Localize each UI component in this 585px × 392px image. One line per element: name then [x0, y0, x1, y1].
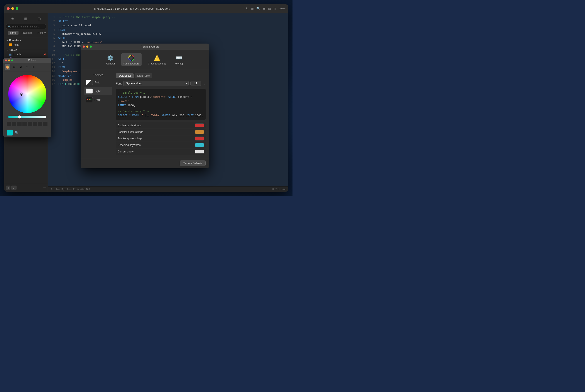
- fonts-dialog-title: Fonts & Colors: [93, 45, 207, 48]
- backtick-label: Backtick quote strings: [118, 130, 195, 134]
- table-icon-b_table: ▦: [9, 53, 12, 56]
- colors-dialog: Colors 🎨 ▦ ▣ ▢ ⊞ + 🔍: [3, 58, 51, 138]
- sidebar-item-b_table[interactable]: ▦ b_table 📌: [4, 52, 48, 56]
- minimize-button[interactable]: [11, 7, 14, 10]
- font-size-input[interactable]: [190, 81, 201, 86]
- swatch-cell[interactable]: [38, 122, 42, 126]
- code-line-3: 3 table_rows AS count: [50, 24, 286, 28]
- restore-defaults-button[interactable]: Restore Defaults: [180, 160, 206, 166]
- fonts-dialog-maximize[interactable]: [90, 46, 92, 48]
- editor-tabs: SQL Editor Data Table: [116, 74, 206, 78]
- fonts-dialog-close[interactable]: [83, 46, 85, 48]
- theme-auto[interactable]: Auto: [84, 78, 112, 86]
- color-row-reserved: Reserved keywords: [116, 142, 206, 148]
- tab-sql-editor[interactable]: SQL Editor: [116, 74, 134, 78]
- tab-data-table[interactable]: Data Table: [134, 74, 152, 78]
- sidebar-item-hello[interactable]: 🟧 hello: [4, 43, 48, 47]
- swatch-cell[interactable]: [7, 122, 11, 126]
- theme-dark[interactable]: Dark: [84, 96, 112, 104]
- search-box[interactable]: 🔍 Search for item: ^name$...: [6, 24, 46, 29]
- pref-tool-keymap[interactable]: ⌨️ Keymap: [172, 53, 186, 66]
- search-icon[interactable]: 🔍: [256, 7, 260, 10]
- layout3-icon[interactable]: ▥: [274, 7, 276, 10]
- hue-slider-thumb[interactable]: [18, 116, 21, 118]
- swatch-cell[interactable]: [43, 122, 48, 126]
- color-row-bracket: Bracket quote strings: [116, 136, 206, 142]
- swatch-cell[interactable]: [22, 122, 27, 126]
- more-icon: ···: [43, 186, 46, 190]
- speed-indicator: 20 b/s: [279, 7, 286, 10]
- color-palette-btn[interactable]: ▣: [18, 64, 23, 70]
- colors-titlebar: Colors: [3, 58, 51, 63]
- color-wheel[interactable]: +: [8, 75, 46, 113]
- add-button[interactable]: +: [6, 186, 10, 190]
- color-row-current: Current query: [116, 148, 206, 154]
- swatch-cell[interactable]: [33, 122, 37, 126]
- color-row-double-quote: Double quote strings: [116, 122, 206, 128]
- layout2-icon[interactable]: ▤: [268, 7, 271, 10]
- swatch-cell[interactable]: [28, 122, 32, 126]
- sidebar-section-functions: ▼ Functions 🟧 hello: [4, 38, 48, 48]
- chevron-button[interactable]: ⌄: [11, 186, 16, 190]
- keyboard-icon: ⌨️: [176, 54, 182, 62]
- pref-tool-fonts[interactable]: Fonts & Colors: [121, 53, 142, 66]
- color-slider-btn[interactable]: ▦: [11, 64, 17, 70]
- tabs-row: Items Favorites History: [6, 30, 46, 36]
- colors-maximize[interactable]: [11, 60, 13, 62]
- pref-tool-general-label: General: [106, 62, 115, 65]
- pref-tool-crash[interactable]: ⚠️ Crash & Security: [146, 53, 168, 66]
- swatch-cell[interactable]: [12, 122, 16, 126]
- tab-history[interactable]: History: [36, 31, 48, 35]
- sidebar-icon-3[interactable]: ▢: [37, 16, 42, 22]
- reserved-swatch[interactable]: [195, 143, 204, 147]
- sidebar-icon-2[interactable]: ▦: [23, 16, 28, 22]
- colors-close[interactable]: [5, 60, 7, 62]
- sidebar-icon-1[interactable]: ⊕: [10, 16, 15, 22]
- current-query-label: Current query: [118, 150, 195, 153]
- color-image-btn[interactable]: ▢: [24, 64, 30, 70]
- hue-slider[interactable]: [8, 116, 46, 118]
- search-icon: 🔍: [8, 26, 11, 28]
- font-row: Font System Mono ⌄: [116, 81, 206, 86]
- color-crayon-btn[interactable]: ⊞: [31, 64, 36, 70]
- pref-tool-keymap-label: Keymap: [175, 62, 184, 65]
- close-button[interactable]: [7, 7, 10, 10]
- font-label: Font: [116, 82, 122, 85]
- color-wheel-crosshair[interactable]: +: [20, 92, 23, 96]
- color-wheel-container: +: [3, 72, 51, 122]
- colors-toolbar: 🎨 ▦ ▣ ▢ ⊞: [3, 63, 51, 72]
- refresh-icon[interactable]: ↻: [246, 7, 248, 10]
- theme-light[interactable]: Light: [84, 87, 112, 95]
- tab-items[interactable]: Items: [8, 31, 18, 35]
- maximize-button[interactable]: [16, 7, 18, 10]
- theme-preview-auto: [86, 80, 93, 85]
- tables-group-header[interactable]: ▼ Tables: [4, 48, 48, 52]
- code-line-4: 4 FROM: [50, 28, 286, 32]
- pref-tool-general[interactable]: ⚙️ General: [104, 53, 117, 66]
- functions-group-header[interactable]: ▼ Functions: [4, 38, 48, 43]
- svg-point-4: [130, 56, 133, 59]
- fonts-colors-dialog: Fonts & Colors ⚙️ General: [80, 44, 209, 168]
- backtick-swatch[interactable]: [195, 130, 204, 134]
- eyedropper-button[interactable]: 🔍: [14, 131, 19, 135]
- colors-minimize[interactable]: [8, 60, 10, 62]
- current-query-swatch[interactable]: [195, 150, 204, 154]
- bracket-swatch[interactable]: [195, 136, 204, 140]
- double-quote-swatch[interactable]: [195, 124, 204, 128]
- sidebar-header: ⊕ ▦ ▢ 🔍 Search for item: ^name$... Items…: [4, 13, 48, 38]
- stepper-icon[interactable]: ⌄: [203, 82, 206, 85]
- tables-arrow: ▼: [6, 49, 8, 52]
- code-line-2: 2 SELECT: [50, 20, 286, 24]
- font-select[interactable]: System Mono: [123, 81, 188, 86]
- grid-icon[interactable]: ⊞: [251, 7, 254, 10]
- theme-preview-dark: [86, 97, 93, 102]
- double-quote-label: Double quote strings: [118, 124, 195, 127]
- color-wheel-btn[interactable]: 🎨: [4, 64, 10, 70]
- theme-preview-light: [86, 88, 93, 94]
- tab-favorites[interactable]: Favorites: [20, 31, 34, 35]
- layout1-icon[interactable]: ▣: [263, 7, 266, 10]
- gear-icon: ⚙: [50, 188, 53, 190]
- pref-tool-fonts-label: Fonts & Colors: [124, 62, 140, 65]
- fonts-dialog-minimize[interactable]: [86, 46, 88, 48]
- swatch-cell[interactable]: [17, 122, 22, 126]
